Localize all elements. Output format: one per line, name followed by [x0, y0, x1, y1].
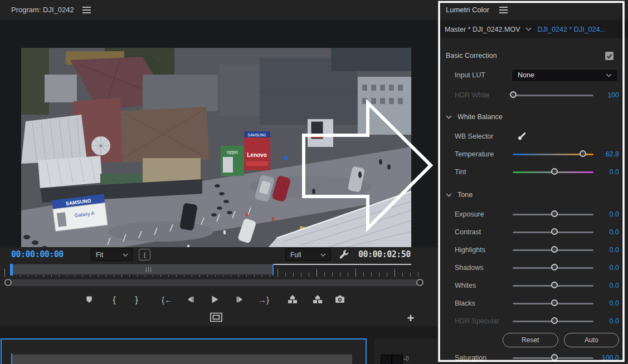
- step-forward-button[interactable]: [235, 295, 244, 304]
- lumetri-body: Basic Correction Input LUT None HDR Whit…: [438, 38, 628, 364]
- slider[interactable]: [512, 208, 595, 220]
- reset-button[interactable]: Reset: [503, 333, 558, 347]
- frame-brace-button[interactable]: {: [139, 249, 150, 260]
- slider[interactable]: [512, 297, 595, 309]
- slider-value[interactable]: 0.0: [597, 317, 619, 325]
- saturation-slider[interactable]: [512, 352, 595, 364]
- comparison-view-button[interactable]: [210, 313, 222, 324]
- slider[interactable]: [512, 226, 595, 238]
- go-to-in-button[interactable]: {←: [162, 296, 173, 304]
- tint-slider[interactable]: [512, 166, 595, 178]
- tone-slider-row: Whites 0.0: [455, 279, 619, 292]
- marker-icon: [85, 296, 94, 304]
- chevron-down-icon: [446, 193, 452, 197]
- scrollbar-track[interactable]: [8, 279, 420, 286]
- premiere-workspace: Program: DJI_0242: [0, 0, 628, 364]
- play-button[interactable]: [210, 295, 220, 304]
- slider-value[interactable]: 0.0: [597, 210, 619, 218]
- target-clip-label[interactable]: DJI_0242 * DJI_024...: [537, 26, 605, 33]
- export-frame-button[interactable]: [335, 295, 345, 304]
- current-timecode[interactable]: 00:00:00:00: [11, 249, 64, 259]
- mark-in-button[interactable]: {: [113, 295, 116, 304]
- samsung-billboard: SAMSUNG Galaxy A: [52, 194, 108, 231]
- hdr-white-slider[interactable]: [512, 89, 595, 101]
- monitor-zoom-scrollbar[interactable]: [4, 278, 423, 287]
- out-point-marker[interactable]: [272, 264, 274, 276]
- zoom-level-value: Fit: [96, 251, 103, 259]
- slider-handle[interactable]: [551, 317, 558, 324]
- audio-meter-right: [392, 355, 403, 364]
- slider[interactable]: [512, 262, 595, 274]
- work-area-bar[interactable]: [10, 264, 274, 275]
- brace-icon: {: [144, 252, 146, 258]
- slider[interactable]: [512, 279, 595, 292]
- scrollbar-right-handle[interactable]: [416, 279, 423, 286]
- slider-value[interactable]: 0.0: [597, 264, 619, 272]
- playback-resolution-select[interactable]: Full: [285, 248, 331, 261]
- slider-handle[interactable]: [551, 264, 558, 270]
- zoom-level-select[interactable]: Fit: [91, 248, 133, 261]
- step-back-button[interactable]: [186, 295, 195, 304]
- hdr-white-value[interactable]: 100: [597, 91, 619, 99]
- tint-value[interactable]: 0.0: [597, 168, 619, 176]
- add-marker-button[interactable]: [85, 296, 94, 304]
- slider-handle[interactable]: [551, 228, 558, 235]
- timeline-playhead[interactable]: [11, 353, 12, 364]
- panel-menu-icon[interactable]: [82, 9, 91, 11]
- monitor-time-ruler[interactable]: [4, 264, 423, 278]
- slider-handle[interactable]: [551, 282, 558, 288]
- slider-handle[interactable]: [551, 246, 558, 253]
- temperature-slider[interactable]: [512, 148, 595, 160]
- timeline-clip[interactable]: [11, 355, 352, 364]
- input-lut-select[interactable]: None: [512, 69, 618, 82]
- scrollbar-left-handle[interactable]: [4, 279, 12, 286]
- slider-handle[interactable]: [551, 168, 558, 175]
- panel-menu-icon[interactable]: [499, 9, 508, 11]
- basic-correction-header[interactable]: Basic Correction: [446, 49, 619, 62]
- go-to-out-button[interactable]: →}: [258, 296, 269, 304]
- eyedropper-icon[interactable]: [516, 131, 527, 142]
- oppo-sign-text: oppo: [227, 149, 238, 155]
- extract-button[interactable]: [313, 295, 323, 304]
- button-editor-button[interactable]: +: [407, 311, 415, 326]
- program-monitor-title: Program: DJI_0242: [11, 6, 74, 14]
- slider-handle[interactable]: [551, 210, 558, 217]
- slider-handle[interactable]: [510, 91, 517, 98]
- slider-handle[interactable]: [551, 354, 558, 361]
- playhead[interactable]: [10, 264, 13, 276]
- saturation-label: Saturation: [455, 354, 512, 362]
- slider-label: Shadows: [455, 264, 512, 272]
- temperature-value[interactable]: 62.8: [597, 150, 619, 158]
- playback-resolution-value: Full: [290, 251, 301, 259]
- white-balance-header[interactable]: White Balance: [446, 110, 619, 124]
- slider-track[interactable]: [513, 95, 593, 96]
- timeline-panel[interactable]: [1, 338, 367, 364]
- saturation-value[interactable]: 100.0: [597, 354, 619, 362]
- tone-header[interactable]: Tone: [446, 188, 619, 201]
- basic-correction-label: Basic Correction: [446, 52, 497, 60]
- slider-value[interactable]: 0.0: [597, 282, 619, 289]
- slider[interactable]: [512, 315, 595, 327]
- basic-correction-checkbox[interactable]: [605, 52, 614, 60]
- lenovo-sign-text: Lenovo: [247, 152, 267, 158]
- slider-label: Contrast: [455, 228, 512, 236]
- mark-out-button[interactable]: }: [135, 295, 138, 304]
- slider-value[interactable]: 0.0: [597, 299, 619, 307]
- work-area-grip[interactable]: [146, 267, 151, 272]
- slider-handle[interactable]: [580, 150, 586, 157]
- auto-button[interactable]: Auto: [564, 333, 620, 347]
- settings-wrench-icon[interactable]: [338, 249, 350, 261]
- slider-value[interactable]: 0.0: [597, 246, 619, 254]
- tone-slider-row: HDR Specular 0.0: [455, 315, 619, 327]
- source-clip-select[interactable]: Master * DJI_0242.MOV: [445, 26, 520, 33]
- lift-button[interactable]: [288, 295, 298, 304]
- audio-meter-left: [381, 355, 392, 364]
- slider-handle[interactable]: [551, 299, 558, 306]
- slider-value[interactable]: 0.0: [597, 228, 619, 236]
- chevron-down-icon[interactable]: [525, 27, 532, 31]
- slider[interactable]: [512, 244, 595, 256]
- oppo-billboard: oppo: [221, 146, 244, 176]
- tone-sliders: Exposure 0.0 Contrast 0.0: [446, 208, 619, 327]
- plus-icon: +: [407, 311, 415, 325]
- tone-slider-row: Highlights 0.0: [455, 244, 619, 256]
